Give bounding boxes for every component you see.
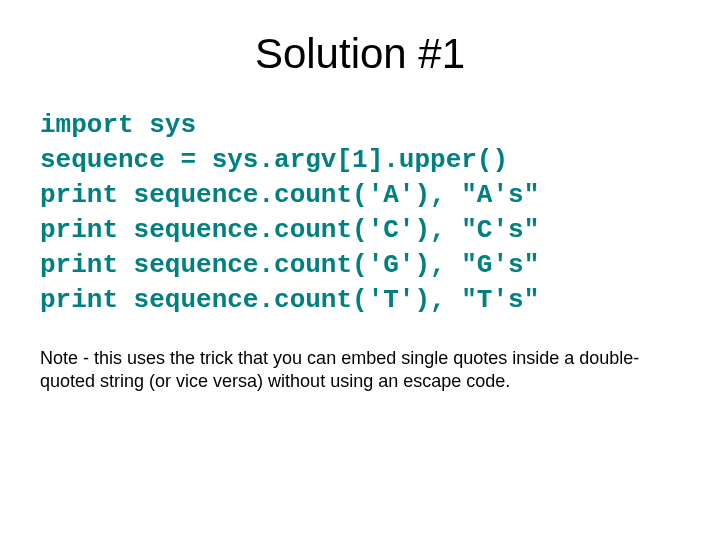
code-line-3: print sequence.count('A'), "A's" xyxy=(40,180,539,210)
code-line-1: import sys xyxy=(40,110,196,140)
code-block: import sys sequence = sys.argv[1].upper(… xyxy=(40,108,680,319)
code-line-5: print sequence.count('G'), "G's" xyxy=(40,250,539,280)
slide: Solution #1 import sys sequence = sys.ar… xyxy=(0,0,720,540)
code-line-6: print sequence.count('T'), "T's" xyxy=(40,285,539,315)
code-line-4: print sequence.count('C'), "C's" xyxy=(40,215,539,245)
footer-note: Note - this uses the trick that you can … xyxy=(40,347,680,394)
code-line-2: sequence = sys.argv[1].upper() xyxy=(40,145,508,175)
slide-title: Solution #1 xyxy=(40,30,680,78)
